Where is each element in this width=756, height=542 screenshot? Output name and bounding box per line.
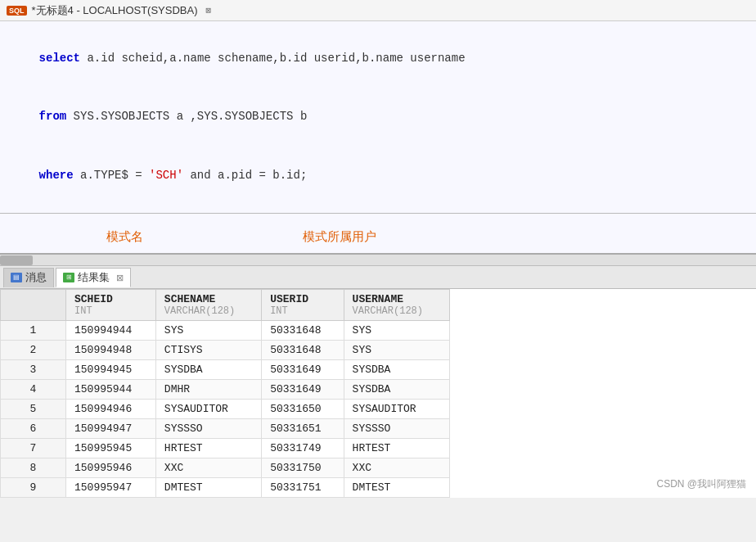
table-cell: XXC bbox=[344, 458, 449, 478]
col-header-schename: SCHENAME VARCHAR(128) bbox=[155, 290, 261, 321]
tabs-bar: ▤ 消息 ⊞ 结果集 ⊠ bbox=[0, 266, 756, 289]
table-row: 3150994945SYSDBA50331649SYSDBA bbox=[1, 360, 450, 380]
table-cell: XXC bbox=[155, 458, 261, 478]
table-cell: SYSDBA bbox=[344, 360, 449, 380]
annotation-area: 模式名 模式所属用户 bbox=[0, 214, 756, 255]
row-number: 8 bbox=[1, 458, 66, 478]
title-close-icon[interactable]: ⊠ bbox=[206, 5, 212, 16]
table-cell: 50331749 bbox=[262, 439, 344, 458]
table-cell: SYSAUDITOR bbox=[344, 400, 449, 419]
col-header-scheid: SCHEID INT bbox=[66, 290, 156, 321]
tab-results-label: 结果集 bbox=[78, 270, 110, 285]
table-cell: 50331650 bbox=[262, 400, 344, 419]
col-name-userid: USERID bbox=[270, 293, 308, 305]
tab-messages-label: 消息 bbox=[25, 270, 47, 285]
sql-line-1: select a.id scheid,a.name schename,b.id … bbox=[11, 29, 745, 88]
table-cell: 150994945 bbox=[66, 360, 156, 380]
row-num-header bbox=[1, 290, 66, 321]
watermark: CSDN @我叫阿狸猫 bbox=[656, 477, 746, 491]
table-cell: SYSDBA bbox=[344, 380, 449, 400]
sql-line-3: where a.TYPE$ = 'SCH' and a.pid = b.id; bbox=[11, 147, 745, 205]
table-cell: 150994948 bbox=[66, 341, 156, 360]
col-type-userid: INT bbox=[270, 305, 335, 317]
horizontal-scrollbar[interactable] bbox=[0, 255, 756, 266]
table-row: 4150995944DMHR50331649SYSDBA bbox=[1, 380, 450, 400]
table-cell: 150995947 bbox=[66, 478, 156, 498]
table-cell: DMHR bbox=[155, 380, 261, 400]
row-number: 2 bbox=[1, 341, 66, 360]
table-cell: 50331648 bbox=[262, 341, 344, 360]
table-cell: 150994946 bbox=[66, 400, 156, 419]
table-cell: 50331651 bbox=[262, 419, 344, 439]
col-type-schename: VARCHAR(128) bbox=[164, 305, 253, 317]
results-table: SCHEID INT SCHENAME VARCHAR(128) USERID … bbox=[0, 289, 450, 498]
table-cell: 50331649 bbox=[262, 360, 344, 380]
col-header-username: USERNAME VARCHAR(128) bbox=[344, 290, 449, 321]
row-number: 5 bbox=[1, 400, 66, 419]
row-number: 4 bbox=[1, 380, 66, 400]
table-cell: 50331750 bbox=[262, 458, 344, 478]
table-row: 9150995947DMTEST50331751DMTEST bbox=[1, 478, 450, 498]
col-header-userid: USERID INT bbox=[262, 290, 344, 321]
table-cell: 50331649 bbox=[262, 380, 344, 400]
col-name-scheid: SCHEID bbox=[74, 293, 113, 305]
scrollbar-thumb[interactable] bbox=[0, 255, 33, 265]
table-cell: SYS bbox=[344, 321, 449, 341]
table-cell: 50331751 bbox=[262, 478, 344, 498]
table-row: 1150994944SYS50331648SYS bbox=[1, 321, 450, 341]
table-cell: SYS bbox=[344, 341, 449, 360]
tab-messages[interactable]: ▤ 消息 bbox=[3, 268, 54, 287]
schema-user-annotation: 模式所属用户 bbox=[303, 229, 376, 245]
table-cell: SYSAUDITOR bbox=[155, 400, 261, 419]
table-cell: HRTEST bbox=[155, 439, 261, 458]
sql-editor[interactable]: select a.id scheid,a.name schename,b.id … bbox=[0, 21, 756, 214]
table-cell: DMTEST bbox=[155, 478, 261, 498]
row-number: 6 bbox=[1, 419, 66, 439]
table-cell: DMTEST bbox=[344, 478, 449, 498]
table-cell: 150995945 bbox=[66, 439, 156, 458]
table-cell: 50331648 bbox=[262, 321, 344, 341]
schema-name-annotation: 模式名 bbox=[106, 229, 143, 245]
col-name-schename: SCHENAME bbox=[164, 293, 215, 305]
table-cell: SYSDBA bbox=[155, 360, 261, 380]
title-bar: SQL *无标题4 - LOCALHOST(SYSDBA) ⊠ bbox=[0, 0, 756, 21]
table-row: 8150995946XXC50331750XXC bbox=[1, 458, 450, 478]
message-tab-icon: ▤ bbox=[11, 273, 22, 282]
table-row: 5150994946SYSAUDITOR50331650SYSAUDITOR bbox=[1, 400, 450, 419]
table-row: 6150994947SYSSSO50331651SYSSSO bbox=[1, 419, 450, 439]
table-cell: HRTEST bbox=[344, 439, 449, 458]
col-name-username: USERNAME bbox=[353, 293, 403, 305]
table-cell: CTISYS bbox=[155, 341, 261, 360]
table-row: 2150994948CTISYS50331648SYS bbox=[1, 341, 450, 360]
table-cell: SYS bbox=[155, 321, 261, 341]
kw-from: from bbox=[39, 110, 67, 123]
sql-icon: SQL bbox=[7, 6, 27, 16]
kw-select: select bbox=[39, 52, 80, 65]
results-area[interactable]: SCHEID INT SCHENAME VARCHAR(128) USERID … bbox=[0, 289, 756, 498]
kw-where: where bbox=[39, 169, 74, 182]
table-cell: SYSSSO bbox=[155, 419, 261, 439]
results-tbody: 1150994944SYS50331648SYS2150994948CTISYS… bbox=[1, 321, 450, 498]
string-literal: 'SCH' bbox=[149, 169, 183, 182]
row-number: 3 bbox=[1, 360, 66, 380]
col-type-username: VARCHAR(128) bbox=[353, 305, 441, 317]
table-cell: SYSSSO bbox=[344, 419, 449, 439]
sql-line-2: from SYS.SYSOBJECTS a ,SYS.SYSOBJECTS b bbox=[11, 88, 745, 146]
table-cell: 150994947 bbox=[66, 419, 156, 439]
row-number: 7 bbox=[1, 439, 66, 458]
table-cell: 150995944 bbox=[66, 380, 156, 400]
table-cell: 150994944 bbox=[66, 321, 156, 341]
tab-results[interactable]: ⊞ 结果集 ⊠ bbox=[56, 268, 131, 287]
col-type-scheid: INT bbox=[74, 305, 147, 317]
row-number: 1 bbox=[1, 321, 66, 341]
table-cell: 150995946 bbox=[66, 458, 156, 478]
table-header-row: SCHEID INT SCHENAME VARCHAR(128) USERID … bbox=[1, 290, 450, 321]
window-title: *无标题4 - LOCALHOST(SYSDBA) bbox=[32, 3, 198, 18]
result-tab-icon: ⊞ bbox=[63, 273, 74, 282]
table-row: 7150995945HRTEST50331749HRTEST bbox=[1, 439, 450, 458]
row-number: 9 bbox=[1, 478, 66, 498]
tab-results-close-icon[interactable]: ⊠ bbox=[116, 273, 124, 283]
